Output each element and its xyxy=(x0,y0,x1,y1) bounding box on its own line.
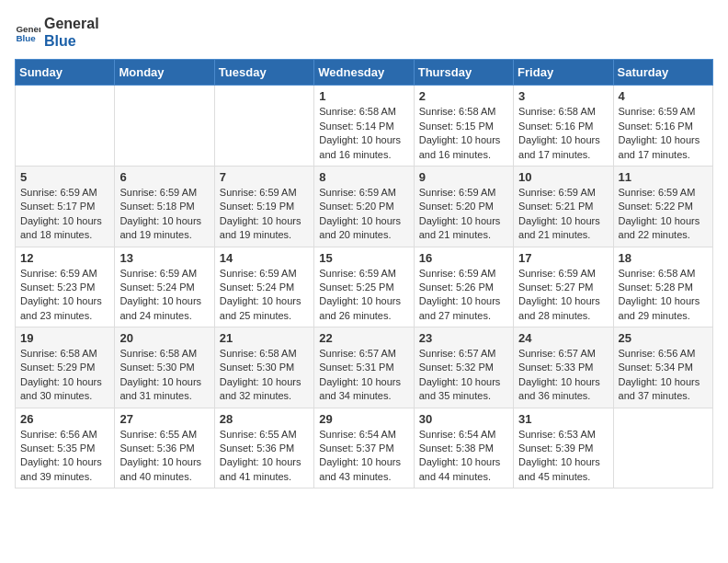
weekday-header-monday: Monday xyxy=(115,60,214,86)
day-info: Sunrise: 6:57 AMSunset: 5:32 PMDaylight:… xyxy=(419,347,508,404)
calendar-cell: 13Sunrise: 6:59 AMSunset: 5:24 PMDayligh… xyxy=(115,247,214,327)
calendar-cell: 7Sunrise: 6:59 AMSunset: 5:19 PMDaylight… xyxy=(214,166,313,247)
day-number: 25 xyxy=(619,331,708,345)
logo: General Blue General Blue xyxy=(15,15,99,50)
calendar-cell: 3Sunrise: 6:58 AMSunset: 5:16 PMDaylight… xyxy=(514,86,613,167)
calendar-cell: 21Sunrise: 6:58 AMSunset: 5:30 PMDayligh… xyxy=(214,327,313,408)
page-header: General Blue General Blue xyxy=(15,15,713,50)
day-number: 12 xyxy=(20,251,109,265)
day-number: 23 xyxy=(419,331,508,345)
weekday-header-wednesday: Wednesday xyxy=(314,60,414,86)
day-info: Sunrise: 6:58 AMSunset: 5:15 PMDaylight:… xyxy=(419,105,508,162)
day-info: Sunrise: 6:59 AMSunset: 5:24 PMDaylight:… xyxy=(119,267,209,324)
day-number: 14 xyxy=(220,251,309,265)
day-number: 4 xyxy=(619,89,708,103)
day-number: 16 xyxy=(419,251,508,265)
calendar-cell: 19Sunrise: 6:58 AMSunset: 5:29 PMDayligh… xyxy=(16,327,115,408)
logo-blue: Blue xyxy=(44,32,99,50)
calendar-table: SundayMondayTuesdayWednesdayThursdayFrid… xyxy=(15,59,713,488)
calendar-cell xyxy=(16,86,115,167)
calendar-cell: 29Sunrise: 6:54 AMSunset: 5:37 PMDayligh… xyxy=(314,408,414,488)
calendar-cell: 31Sunrise: 6:53 AMSunset: 5:39 PMDayligh… xyxy=(514,408,613,488)
svg-text:Blue: Blue xyxy=(16,33,36,43)
calendar-cell: 22Sunrise: 6:57 AMSunset: 5:31 PMDayligh… xyxy=(314,327,414,408)
day-info: Sunrise: 6:59 AMSunset: 5:19 PMDaylight:… xyxy=(220,186,309,243)
day-number: 19 xyxy=(20,331,109,345)
day-number: 22 xyxy=(319,331,408,345)
calendar-cell: 10Sunrise: 6:59 AMSunset: 5:21 PMDayligh… xyxy=(514,166,613,247)
calendar-cell: 24Sunrise: 6:57 AMSunset: 5:33 PMDayligh… xyxy=(514,327,613,408)
day-number: 26 xyxy=(20,412,109,426)
calendar-cell: 9Sunrise: 6:59 AMSunset: 5:20 PMDaylight… xyxy=(414,166,513,247)
day-number: 2 xyxy=(419,89,508,103)
day-info: Sunrise: 6:55 AMSunset: 5:36 PMDaylight:… xyxy=(119,428,209,485)
day-number: 5 xyxy=(20,170,109,184)
calendar-cell: 17Sunrise: 6:59 AMSunset: 5:27 PMDayligh… xyxy=(514,247,613,327)
calendar-cell: 25Sunrise: 6:56 AMSunset: 5:34 PMDayligh… xyxy=(613,327,712,408)
calendar-cell xyxy=(115,86,214,167)
day-info: Sunrise: 6:59 AMSunset: 5:17 PMDaylight:… xyxy=(20,186,109,243)
day-number: 8 xyxy=(319,170,408,184)
calendar-week-2: 5Sunrise: 6:59 AMSunset: 5:17 PMDaylight… xyxy=(16,166,713,247)
calendar-cell: 2Sunrise: 6:58 AMSunset: 5:15 PMDaylight… xyxy=(414,86,513,167)
day-number: 15 xyxy=(319,251,408,265)
day-info: Sunrise: 6:58 AMSunset: 5:14 PMDaylight:… xyxy=(319,105,408,162)
day-number: 1 xyxy=(319,89,408,103)
calendar-cell: 8Sunrise: 6:59 AMSunset: 5:20 PMDaylight… xyxy=(314,166,414,247)
day-number: 13 xyxy=(119,251,209,265)
logo-general: General xyxy=(44,15,99,32)
day-number: 7 xyxy=(220,170,309,184)
day-number: 18 xyxy=(619,251,708,265)
calendar-cell xyxy=(214,86,313,167)
day-info: Sunrise: 6:53 AMSunset: 5:39 PMDaylight:… xyxy=(518,428,608,485)
day-number: 31 xyxy=(518,412,608,426)
day-info: Sunrise: 6:59 AMSunset: 5:25 PMDaylight:… xyxy=(319,267,408,324)
day-info: Sunrise: 6:57 AMSunset: 5:31 PMDaylight:… xyxy=(319,347,408,404)
day-info: Sunrise: 6:58 AMSunset: 5:30 PMDaylight:… xyxy=(220,347,309,404)
day-number: 11 xyxy=(619,170,708,184)
day-info: Sunrise: 6:54 AMSunset: 5:37 PMDaylight:… xyxy=(319,428,408,485)
day-info: Sunrise: 6:58 AMSunset: 5:28 PMDaylight:… xyxy=(619,267,708,324)
weekday-header-row: SundayMondayTuesdayWednesdayThursdayFrid… xyxy=(16,60,713,86)
day-number: 17 xyxy=(518,251,608,265)
calendar-cell: 4Sunrise: 6:59 AMSunset: 5:16 PMDaylight… xyxy=(613,86,712,167)
weekday-header-thursday: Thursday xyxy=(414,60,513,86)
calendar-cell: 18Sunrise: 6:58 AMSunset: 5:28 PMDayligh… xyxy=(613,247,712,327)
weekday-header-sunday: Sunday xyxy=(16,60,115,86)
day-info: Sunrise: 6:59 AMSunset: 5:24 PMDaylight:… xyxy=(220,267,309,324)
day-info: Sunrise: 6:59 AMSunset: 5:21 PMDaylight:… xyxy=(518,186,608,243)
weekday-header-tuesday: Tuesday xyxy=(214,60,313,86)
day-info: Sunrise: 6:59 AMSunset: 5:23 PMDaylight:… xyxy=(20,267,109,324)
logo-icon: General Blue xyxy=(15,19,40,45)
weekday-header-friday: Friday xyxy=(514,60,613,86)
calendar-cell: 15Sunrise: 6:59 AMSunset: 5:25 PMDayligh… xyxy=(314,247,414,327)
calendar-week-1: 1Sunrise: 6:58 AMSunset: 5:14 PMDaylight… xyxy=(16,86,713,167)
day-info: Sunrise: 6:58 AMSunset: 5:16 PMDaylight:… xyxy=(518,105,608,162)
weekday-header-saturday: Saturday xyxy=(613,60,712,86)
day-info: Sunrise: 6:59 AMSunset: 5:27 PMDaylight:… xyxy=(518,267,608,324)
day-info: Sunrise: 6:56 AMSunset: 5:34 PMDaylight:… xyxy=(619,347,708,404)
calendar-cell: 16Sunrise: 6:59 AMSunset: 5:26 PMDayligh… xyxy=(414,247,513,327)
day-info: Sunrise: 6:59 AMSunset: 5:22 PMDaylight:… xyxy=(619,186,708,243)
day-info: Sunrise: 6:58 AMSunset: 5:29 PMDaylight:… xyxy=(20,347,109,404)
day-info: Sunrise: 6:59 AMSunset: 5:18 PMDaylight:… xyxy=(119,186,209,243)
day-info: Sunrise: 6:55 AMSunset: 5:36 PMDaylight:… xyxy=(220,428,309,485)
day-number: 6 xyxy=(119,170,209,184)
day-info: Sunrise: 6:59 AMSunset: 5:20 PMDaylight:… xyxy=(319,186,408,243)
day-info: Sunrise: 6:58 AMSunset: 5:30 PMDaylight:… xyxy=(119,347,209,404)
day-number: 20 xyxy=(119,331,209,345)
day-info: Sunrise: 6:59 AMSunset: 5:20 PMDaylight:… xyxy=(419,186,508,243)
day-info: Sunrise: 6:59 AMSunset: 5:16 PMDaylight:… xyxy=(619,105,708,162)
calendar-cell: 1Sunrise: 6:58 AMSunset: 5:14 PMDaylight… xyxy=(314,86,414,167)
calendar-cell xyxy=(613,408,712,488)
calendar-week-3: 12Sunrise: 6:59 AMSunset: 5:23 PMDayligh… xyxy=(16,247,713,327)
day-info: Sunrise: 6:57 AMSunset: 5:33 PMDaylight:… xyxy=(518,347,608,404)
calendar-cell: 30Sunrise: 6:54 AMSunset: 5:38 PMDayligh… xyxy=(414,408,513,488)
day-info: Sunrise: 6:56 AMSunset: 5:35 PMDaylight:… xyxy=(20,428,109,485)
day-number: 24 xyxy=(518,331,608,345)
calendar-cell: 28Sunrise: 6:55 AMSunset: 5:36 PMDayligh… xyxy=(214,408,313,488)
calendar-cell: 11Sunrise: 6:59 AMSunset: 5:22 PMDayligh… xyxy=(613,166,712,247)
day-info: Sunrise: 6:59 AMSunset: 5:26 PMDaylight:… xyxy=(419,267,508,324)
calendar-week-5: 26Sunrise: 6:56 AMSunset: 5:35 PMDayligh… xyxy=(16,408,713,488)
calendar-cell: 5Sunrise: 6:59 AMSunset: 5:17 PMDaylight… xyxy=(16,166,115,247)
